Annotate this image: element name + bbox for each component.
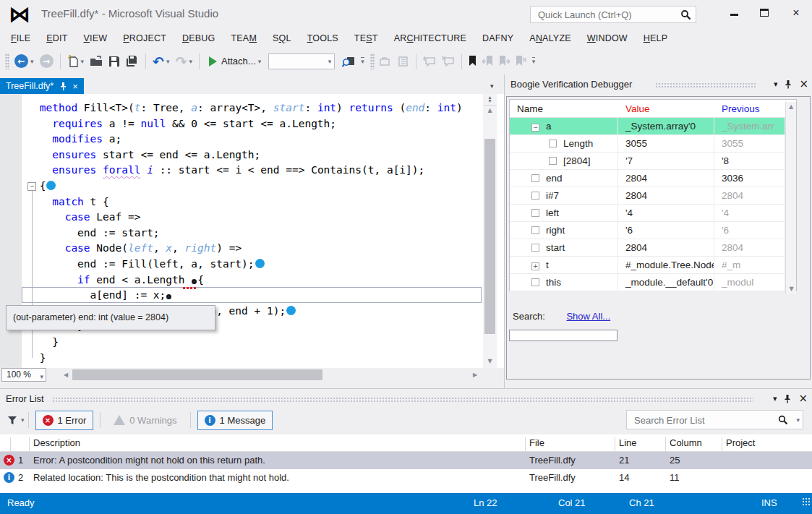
scroll-down-icon[interactable]: ▼ xyxy=(786,284,797,294)
row-checkbox[interactable] xyxy=(531,278,539,286)
collapse-icon[interactable]: − xyxy=(531,124,539,132)
menu-help[interactable]: HELP xyxy=(636,33,675,43)
debugger-search-input[interactable] xyxy=(509,330,617,341)
tab-treefill[interactable]: TreeFill.dfy* × xyxy=(0,78,84,94)
undo-button[interactable]: ↶ xyxy=(151,52,171,71)
menu-file[interactable]: FILE xyxy=(3,33,38,43)
column-project[interactable]: Project xyxy=(726,437,755,448)
toggle-bookmark-button[interactable] xyxy=(467,52,478,71)
menu-window[interactable]: WINDOW xyxy=(579,33,636,43)
warnings-filter-button[interactable]: 0 Warnings xyxy=(107,411,183,430)
panel-header[interactable]: Error List × xyxy=(0,389,812,408)
code-editor[interactable]: − method Fill<T>(t: Tree, a: array<T>, s… xyxy=(0,94,504,368)
previous-bookmark-button[interactable] xyxy=(481,52,495,71)
row-checkbox[interactable] xyxy=(531,174,539,182)
scroll-left-icon[interactable]: ◀ xyxy=(61,368,71,382)
open-file-button[interactable] xyxy=(88,52,104,71)
pin-icon[interactable] xyxy=(785,80,792,89)
scroll-right-icon[interactable]: ▶ xyxy=(470,368,480,382)
menu-edit[interactable]: EDIT xyxy=(38,33,75,43)
scroll-up-icon[interactable]: ▲ xyxy=(483,106,497,116)
add-comment-button[interactable] xyxy=(422,52,437,71)
toolbar-overflow-button[interactable] xyxy=(532,57,536,65)
table-header[interactable]: Name Value Previous xyxy=(510,100,796,118)
toolbar-overflow-button[interactable] xyxy=(361,57,364,65)
variable-row[interactable]: −a_System.array'0_System.arr xyxy=(510,118,796,135)
variable-row[interactable]: left'4'4 xyxy=(510,205,796,222)
variable-row[interactable]: end28043036 xyxy=(510,170,796,187)
verification-marker-dot-blue[interactable] xyxy=(46,181,56,190)
close-button[interactable]: × xyxy=(785,4,807,22)
column-line[interactable]: Line xyxy=(619,437,637,448)
column-name[interactable]: Name xyxy=(510,103,618,114)
column-column[interactable]: Column xyxy=(670,437,702,448)
document-dropdown-icon[interactable] xyxy=(490,82,494,90)
toolbar-grip[interactable] xyxy=(370,53,375,69)
error-row[interactable]: ×1Error: A postcondition might not hold … xyxy=(0,452,812,469)
configuration-combobox[interactable] xyxy=(268,53,335,69)
variable-row[interactable]: Length30553055 xyxy=(510,135,796,153)
vertical-scroll-thumb[interactable] xyxy=(484,139,495,334)
variable-row[interactable]: [2804]'7'8 xyxy=(510,153,796,170)
verification-marker-dot-blue[interactable] xyxy=(255,259,265,268)
editor-zoom-combobox[interactable]: 100 % xyxy=(1,368,46,382)
navigate-backward-button[interactable]: ← xyxy=(13,52,35,71)
scroll-down-icon[interactable]: ▼ xyxy=(483,356,497,367)
column-file[interactable]: File xyxy=(529,437,544,448)
menu-view[interactable]: VIEW xyxy=(76,33,116,43)
pin-icon[interactable] xyxy=(784,394,791,403)
quick-launch-box[interactable] xyxy=(530,6,696,23)
table-scrollbar[interactable]: ▲ ▼ xyxy=(785,102,796,294)
variable-row[interactable]: this_module.__default'0_modul xyxy=(510,274,796,291)
menu-team[interactable]: TEAM xyxy=(223,33,265,43)
show-all-link[interactable]: Show All... xyxy=(566,311,610,322)
panel-header[interactable]: Boogie Verification Debugger × xyxy=(505,74,812,94)
close-icon[interactable]: × xyxy=(798,392,808,405)
variable-row[interactable]: +t#_module.Tree.Node(...)#_m xyxy=(510,257,796,274)
error-grid-header[interactable]: Description File Line Column Project xyxy=(0,434,812,452)
messages-filter-button[interactable]: i 1 Message xyxy=(197,411,273,430)
verification-marker-ring-red[interactable] xyxy=(192,279,197,284)
menu-sql[interactable]: SQL xyxy=(265,33,299,43)
clear-bookmarks-button[interactable] xyxy=(514,52,528,71)
maximize-button[interactable] xyxy=(753,4,775,22)
toolbar-grip[interactable] xyxy=(5,53,9,69)
column-value[interactable]: Value xyxy=(618,103,714,114)
save-button[interactable] xyxy=(107,52,121,71)
row-checkbox[interactable] xyxy=(531,226,539,234)
quick-launch-input[interactable] xyxy=(537,8,674,21)
window-position-icon[interactable] xyxy=(773,394,777,403)
expand-icon[interactable]: + xyxy=(531,262,539,270)
variable-row[interactable]: start28042804 xyxy=(510,239,796,257)
vertical-scrollbar[interactable]: ▴ ▾ ▲ ▼ xyxy=(483,94,497,368)
row-checkbox[interactable] xyxy=(549,157,557,165)
find-in-files-button[interactable] xyxy=(341,52,356,71)
horizontal-scrollbar[interactable]: 100 % ◀ ▶ xyxy=(0,368,482,382)
menu-architecture[interactable]: ARCHITECTURE xyxy=(386,33,474,43)
next-bookmark-button[interactable] xyxy=(497,52,511,71)
column-previous[interactable]: Previous xyxy=(714,103,785,114)
row-checkbox[interactable] xyxy=(549,140,557,147)
close-tab-icon[interactable]: × xyxy=(72,81,78,92)
menu-analyze[interactable]: ANALYZE xyxy=(521,33,578,43)
column-description[interactable]: Description xyxy=(33,437,80,448)
scroll-up-icon[interactable]: ▲ xyxy=(786,102,796,112)
new-file-button[interactable] xyxy=(66,52,86,71)
row-checkbox[interactable] xyxy=(531,192,539,200)
minimize-button[interactable] xyxy=(723,4,745,22)
chevron-down-icon[interactable] xyxy=(21,416,25,424)
menu-dafny[interactable]: DAFNY xyxy=(474,33,521,43)
error-row[interactable]: i2Related location: This is the postcond… xyxy=(0,469,812,487)
splitter-grip-icon[interactable]: ▴ ▾ xyxy=(483,94,497,106)
verification-marker-ring-blue[interactable] xyxy=(166,294,171,299)
horizontal-scroll-thumb[interactable] xyxy=(72,369,322,380)
navigate-forward-button[interactable]: → xyxy=(38,52,55,71)
view-list-button[interactable] xyxy=(396,52,411,71)
row-checkbox[interactable] xyxy=(531,244,539,252)
variable-row[interactable]: i#728042804 xyxy=(510,187,796,205)
resize-grip[interactable] xyxy=(802,497,811,506)
row-checkbox[interactable] xyxy=(531,209,539,217)
errors-filter-button[interactable]: × 1 Error xyxy=(35,411,94,430)
pin-icon[interactable] xyxy=(59,82,67,90)
menu-debug[interactable]: DEBUG xyxy=(174,33,223,43)
